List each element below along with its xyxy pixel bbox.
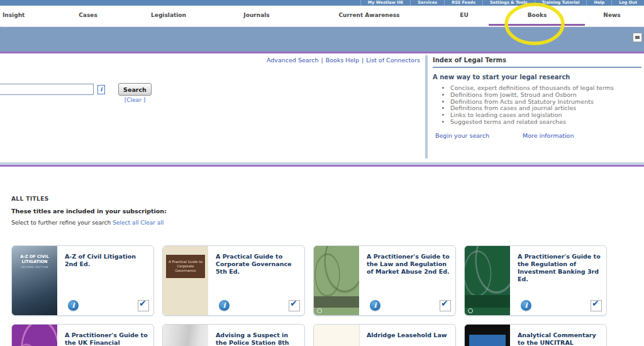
refine-row: Select to further refine your searchSele… [11, 220, 164, 226]
list-of-connectors-link[interactable]: List of Connectors [366, 57, 420, 64]
primary-nav: Insight Cases Legislation Journals Curre… [0, 6, 644, 27]
search-tips-icon[interactable]: i [97, 85, 105, 94]
topbar-link-services[interactable]: Services [410, 0, 444, 6]
active-tab-underline [489, 24, 585, 26]
tab-books[interactable]: Books [528, 12, 547, 18]
search-button[interactable]: Search [118, 83, 152, 96]
book-cover-label: A-Z OF CIVIL LITIGATION [12, 254, 57, 264]
info-icon[interactable]: i [370, 300, 380, 311]
book-cover-label: A Practical Guide to Corporate Governanc… [166, 255, 205, 278]
topbar-link-settings-tools[interactable]: Settings & Tools [482, 0, 534, 6]
book-title: Advising a Suspect in the Police Station… [216, 332, 301, 346]
checkbox[interactable]: ✔ [591, 300, 602, 311]
books-help-link[interactable]: Books Help [326, 57, 359, 64]
info-icon[interactable]: i [219, 300, 230, 311]
checkbox[interactable]: ✔ [289, 300, 300, 311]
info-icon[interactable]: i [521, 300, 531, 311]
topbar: My Westlaw UK Services RSS Feeds Setting… [0, 0, 644, 6]
banner [0, 27, 644, 53]
link-separator: | [321, 57, 323, 64]
refine-text: Select to further refine your search [11, 220, 111, 226]
panel-title: Index of Legal Terms [433, 55, 641, 68]
book-cover-image [163, 325, 208, 346]
topbar-link-training-tutorial[interactable]: Training Tutorial [535, 0, 587, 6]
book-cover-image: A Practical Guide to Corporate Governanc… [163, 246, 208, 315]
book-cover-sublabel: SECOND EDITION [12, 265, 57, 269]
checkbox[interactable]: ✔ [138, 300, 149, 311]
search-help-links: Advanced Search|Books Help|List of Conne… [267, 57, 420, 64]
clear-all-link[interactable]: Clear all [140, 220, 164, 226]
tab-journals[interactable]: Journals [243, 12, 269, 18]
topbar-link-rss-feeds[interactable]: RSS Feeds [444, 0, 482, 6]
book-cover-image: A-Z OF CIVIL LITIGATION SECOND EDITION [12, 246, 57, 315]
clear-search-link[interactable]: [Clear ] [118, 97, 152, 103]
book-title: Analytical Commentary to the UNCITRAL Ar… [518, 332, 603, 346]
panel-bullet-list: Concise, expert definitions of thousands… [433, 85, 641, 126]
all-titles-heading: ALL TITLES [11, 196, 49, 202]
panel-bullet: Definitions from Jowitt, Stroud and Osbo… [450, 92, 641, 99]
book-cover-image [465, 325, 510, 346]
book-title: A Practitioner's Guide to the UK Financi… [65, 332, 150, 346]
book-title: A Practitioner's Guide to the Law and Re… [367, 253, 452, 276]
westlaw-books-page: My Westlaw UK Services RSS Feeds Setting… [0, 0, 644, 346]
topbar-link-help[interactable]: Help [586, 0, 611, 6]
panel-subtitle: A new way to start your legal research [433, 74, 641, 81]
book-cover-image [12, 325, 57, 346]
search-input[interactable] [0, 84, 94, 95]
info-icon[interactable]: i [68, 300, 79, 311]
panel-bullet: Suggested terms and related searches [450, 119, 641, 126]
book-cover-image [314, 246, 359, 315]
more-information-link[interactable]: More information [523, 132, 574, 139]
book-title: A Practitioner's Guide to the Regulation… [518, 253, 603, 283]
tab-eu[interactable]: EU [460, 12, 468, 18]
advanced-search-link[interactable]: Advanced Search [267, 57, 319, 64]
book-card: Advising a Suspect in the Police Station… [162, 324, 305, 346]
tab-insight[interactable]: Insight [3, 12, 25, 18]
topbar-link-log-out[interactable]: Log Out [611, 0, 644, 6]
check-icon: ✔ [441, 298, 448, 308]
book-cover-image [465, 246, 510, 315]
tab-news[interactable]: News [603, 12, 620, 18]
checkbox[interactable]: ✔ [440, 300, 451, 311]
book-card: A-Z OF CIVIL LITIGATION SECOND EDITION A… [11, 245, 154, 316]
book-title: A Practical Guide to Corporate Governanc… [216, 253, 301, 276]
link-separator: | [362, 57, 364, 64]
book-card: A Practitioner's Guide to the Law and Re… [313, 245, 456, 316]
check-icon: ✔ [592, 298, 599, 308]
book-card: Aldridge Leasehold Law i ✔ [313, 324, 456, 346]
tab-current-awareness[interactable]: Current Awareness [339, 12, 400, 18]
all-titles-section: ALL TITLES These titles are included in … [0, 167, 644, 346]
check-icon: ✔ [139, 298, 147, 308]
text-size-button[interactable] [633, 33, 642, 42]
topbar-link-my-westlaw-uk[interactable]: My Westlaw UK [360, 0, 411, 6]
book-title: A-Z of Civil Litigation 2nd Ed. [65, 253, 150, 268]
search-section: Advanced Search|Books Help|List of Conne… [0, 53, 644, 162]
text-size-icon [635, 36, 640, 39]
check-icon: ✔ [290, 298, 297, 308]
tab-cases[interactable]: Cases [79, 12, 97, 18]
book-card: Analytical Commentary to the UNCITRAL Ar… [464, 324, 607, 346]
book-card-grid: A-Z OF CIVIL LITIGATION SECOND EDITION A… [11, 245, 607, 346]
book-cover-image [314, 325, 360, 346]
index-of-legal-terms-panel: Index of Legal Terms A new way to start … [425, 55, 641, 159]
book-card: A Practical Guide to Corporate Governanc… [162, 245, 305, 316]
book-card: A Practitioner's Guide to the UK Financi… [11, 324, 154, 346]
book-card: A Practitioner's Guide to the Regulation… [464, 245, 607, 316]
book-title: Aldridge Leasehold Law [367, 332, 452, 339]
tab-legislation[interactable]: Legislation [151, 12, 186, 18]
begin-your-search-link[interactable]: Begin your search [435, 132, 489, 139]
subscription-subheading: These titles are included in your subscr… [11, 208, 167, 215]
select-all-link[interactable]: Select all [113, 220, 138, 226]
